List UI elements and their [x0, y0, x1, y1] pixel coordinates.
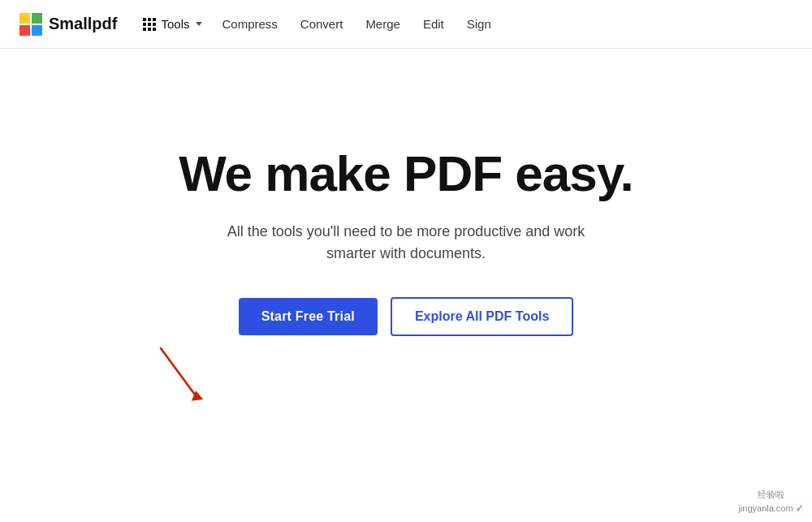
arrow-annotation: [146, 341, 219, 417]
nav-convert[interactable]: Convert: [291, 11, 353, 37]
explore-all-pdf-tools-button[interactable]: Explore All PDF Tools: [391, 297, 573, 336]
nav-links: Compress Convert Merge Edit Sign: [212, 11, 793, 37]
svg-rect-0: [19, 13, 30, 24]
start-free-trial-button[interactable]: Start Free Trial: [239, 298, 378, 335]
nav-edit[interactable]: Edit: [413, 11, 454, 37]
watermark: 经验啦 jingyanla.com ✓: [738, 489, 804, 514]
navbar: Smallpdf Tools Compress Convert Merge Ed…: [0, 0, 812, 49]
nav-compress[interactable]: Compress: [212, 11, 287, 37]
tools-label: Tools: [161, 17, 189, 31]
svg-rect-1: [32, 13, 42, 24]
nav-sign[interactable]: Sign: [457, 11, 501, 37]
hero-subtitle: All the tools you'll need to be more pro…: [203, 221, 609, 265]
svg-marker-5: [192, 390, 203, 401]
chevron-down-icon: [196, 22, 202, 26]
logo[interactable]: Smallpdf: [19, 13, 117, 36]
svg-line-4: [161, 348, 197, 398]
hero-buttons: Start Free Trial Explore All PDF Tools: [239, 297, 574, 336]
hero-section: We make PDF easy. All the tools you'll n…: [0, 49, 812, 385]
tools-menu-button[interactable]: Tools: [136, 12, 209, 36]
brand-name: Smallpdf: [49, 15, 117, 33]
svg-rect-3: [32, 25, 42, 36]
grid-icon: [143, 18, 156, 31]
watermark-line1: 经验啦: [758, 489, 784, 501]
nav-merge[interactable]: Merge: [356, 11, 410, 37]
svg-rect-2: [19, 25, 30, 36]
hero-title: We make PDF easy.: [179, 146, 633, 201]
watermark-line2: jingyanla.com ✓: [738, 503, 804, 514]
logo-icon: [19, 13, 42, 36]
